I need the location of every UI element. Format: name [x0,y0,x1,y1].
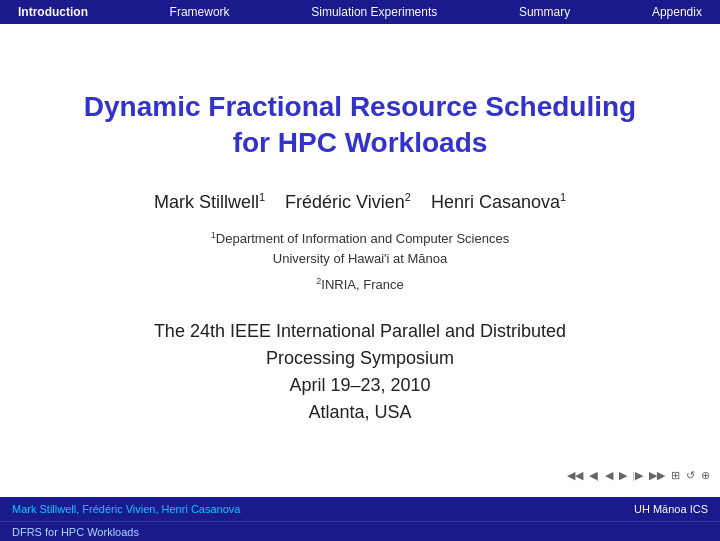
nav-item-introduction[interactable]: Introduction [10,5,96,19]
nav-grid-icon[interactable]: ⊞ [669,468,682,483]
nav-last-icon[interactable]: ▶▶ [647,468,667,483]
bottom-bar-bottom: DFRS for HPC Workloads [0,521,720,541]
bottom-institution: UH Mānoa ICS [634,503,708,515]
nav-next-section-icon[interactable]: |▶ [631,468,645,483]
nav-item-simulation[interactable]: Simulation Experiments [303,5,445,19]
nav-first-icon[interactable]: ◀◀ [565,468,585,483]
nav-item-summary[interactable]: Summary [511,5,578,19]
nav-prev-section-icon[interactable]: ◀| [587,468,601,483]
nav-refresh-icon[interactable]: ↺ [684,468,697,483]
nav-next-icon[interactable]: ▶ [617,468,629,483]
conference-info: The 24th IEEE International Parallel and… [154,318,566,426]
affiliation-2: 2INRIA, France [316,275,403,295]
presentation-title: Dynamic Fractional Resource Scheduling f… [84,89,636,162]
slide-navigation-controls: ◀◀ ◀| ◀ ▶ |▶ ▶▶ ⊞ ↺ ⊕ [565,468,712,483]
main-content: Dynamic Fractional Resource Scheduling f… [0,24,720,491]
authors-line: Mark Stillwell1 Frédéric Vivien2 Henri C… [154,191,566,213]
nav-zoom-icon[interactable]: ⊕ [699,468,712,483]
nav-prev-icon[interactable]: ◀ [603,468,615,483]
top-navigation: Introduction Framework Simulation Experi… [0,0,720,24]
bottom-title: DFRS for HPC Workloads [12,526,139,538]
nav-item-appendix[interactable]: Appendix [644,5,710,19]
bottom-bar-top: Mark Stillwell, Frédéric Vivien, Henri C… [0,497,720,521]
bottom-bar: Mark Stillwell, Frédéric Vivien, Henri C… [0,497,720,541]
bottom-authors: Mark Stillwell, Frédéric Vivien, Henri C… [12,503,240,515]
affiliation-1: 1Department of Information and Computer … [211,229,509,268]
nav-item-framework[interactable]: Framework [162,5,238,19]
